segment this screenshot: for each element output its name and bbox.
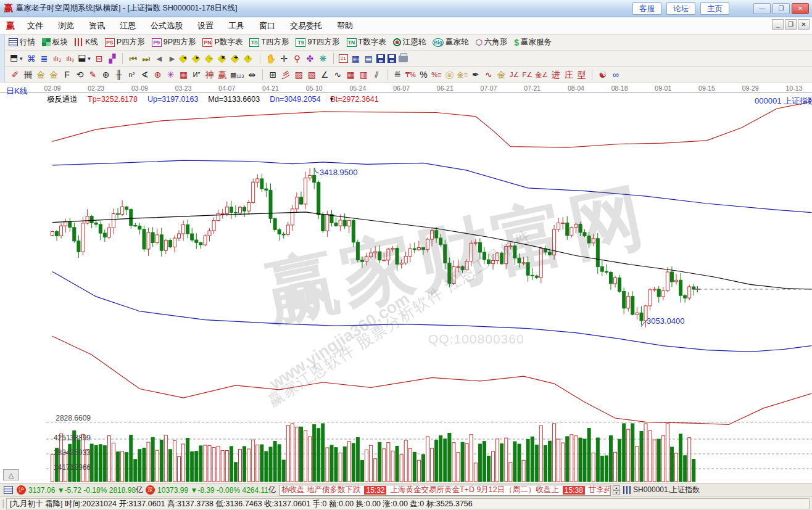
kline-chart-area[interactable]: 赢家财富网 赢家江恩软件 股票分析软件 江恩工具软件 www.yingjia36… (0, 83, 812, 483)
diamond-leftright-icon[interactable]: ◆↔ (205, 53, 217, 64)
angle-line-icon[interactable]: ∠ (320, 68, 330, 81)
star-wheel-icon[interactable]: ✳ (165, 68, 176, 81)
export-icon[interactable] (387, 54, 396, 63)
expand-panel-button[interactable]: △ (3, 469, 19, 480)
diamond-x-icon[interactable]: ◆✖ (218, 53, 230, 64)
plain-ruler-icon[interactable]: ╫ (114, 68, 124, 81)
diamond-plus-icon[interactable]: ◆✚ (231, 53, 242, 64)
gold-lines-icon[interactable]: 金≡ (457, 68, 468, 81)
xing-tool-icon[interactable]: 型 (576, 68, 587, 81)
jin-tool-icon[interactable]: 进 (550, 68, 561, 81)
toolbar-button-t-square[interactable]: TST四方形 (249, 37, 289, 47)
h-expand-tool-icon[interactable]: ⇹ (247, 68, 257, 81)
gold-angle-icon[interactable]: 金∠ (535, 68, 548, 81)
homepage-button[interactable]: 主页 (700, 2, 729, 15)
flower-tool-icon[interactable]: ✤ (305, 52, 315, 65)
mdi-close-button[interactable]: ✕ (798, 19, 810, 30)
zhuang-tool-icon[interactable]: 庄 (563, 68, 574, 81)
cycle-circle-icon[interactable]: ⊕ (101, 68, 111, 81)
n2-ruler-icon[interactable]: n² (126, 68, 137, 81)
toolbar-button-quotes[interactable]: 行情 (9, 37, 35, 47)
toolbar-button-t-number-table[interactable]: TNT数字表 (347, 37, 386, 47)
parallel-lines-icon[interactable]: ⫽ (371, 68, 382, 81)
menu-item-trade-order[interactable]: 交易委托 (283, 19, 329, 33)
infinity-icon[interactable]: ∞ (610, 68, 621, 81)
minimize-button[interactable]: — (753, 3, 771, 14)
f-ruler-icon[interactable]: F (62, 68, 72, 81)
toolbar-button-winner-service[interactable]: $赢家服务 (514, 37, 552, 47)
ink-brush-icon[interactable]: ✒ (470, 68, 481, 81)
spinner-down-button[interactable]: ▼ (613, 490, 620, 495)
last-bar-icon[interactable]: ⏭ (141, 52, 151, 65)
zigzag-line-icon[interactable]: ∿ (333, 68, 343, 81)
gold-mid-icon[interactable]: 金 (496, 68, 507, 81)
candle-type-dropdown-icon[interactable]: ⬓▼ (78, 51, 91, 65)
gann-box-icon[interactable]: ⊞ (268, 68, 278, 81)
dense-grid-1-icon[interactable]: ▦ (346, 68, 356, 81)
red-pen-ruler-icon[interactable]: ✎ (88, 68, 98, 81)
menu-item-tools[interactable]: 工具 (221, 19, 252, 33)
percent-t-icon[interactable]: ₸% (405, 68, 416, 81)
percent-lines-icon[interactable]: %≡ (431, 68, 442, 81)
color-bars-icon[interactable]: ▞ (107, 52, 117, 65)
gold-ruler-a-icon[interactable]: 金 (36, 68, 46, 81)
menu-item-browse[interactable]: 浏览 (51, 19, 81, 33)
menu-item-file[interactable]: 文件 (20, 19, 51, 33)
yinyang-icon[interactable]: ☯ (597, 68, 608, 81)
tick-ruler-icon[interactable]: 卌 (23, 68, 33, 81)
hand-tool-icon[interactable]: ✋ (265, 52, 276, 65)
candle-style-dropdown-icon[interactable]: ⬒▼ (10, 51, 23, 65)
toolbar-button-p-number-table[interactable]: PNP数字表 (202, 37, 242, 47)
toolbar-button-gann-wheel[interactable]: 江恩轮 (393, 37, 426, 47)
diamond-updown-icon[interactable]: ◆↕ (244, 53, 255, 64)
dense-grid-2-icon[interactable]: ▥ (358, 68, 369, 81)
spiral-tool-icon[interactable]: ⟲ (75, 68, 85, 81)
pattern-window-icon[interactable]: ⌘ (26, 52, 36, 65)
news-ticker[interactable]: 杨收盘 地产债多数下跌15:32上海黄金交易所黄金T+D 9月12日（周二）收盘… (280, 485, 611, 496)
shade-box-2-icon[interactable]: ▧ (307, 68, 317, 81)
note-list-icon[interactable]: ≣ (39, 52, 49, 65)
red-frame-pattern-icon[interactable]: ⊟ (94, 52, 104, 65)
calendar-icon[interactable]: 21 (339, 54, 348, 63)
ray-fan-icon[interactable]: 彡 (281, 68, 291, 81)
first-bar-icon[interactable]: ⏮ (128, 52, 138, 65)
grid-123-icon[interactable]: ▦₁₂₃ (230, 68, 244, 81)
ying-grid-icon[interactable]: 赢 (217, 68, 228, 81)
crosshair-tool-icon[interactable]: ✛ (279, 52, 289, 65)
menu-item-settings[interactable]: 设置 (190, 19, 221, 33)
save-icon[interactable] (376, 54, 385, 63)
menu-item-news[interactable]: 资讯 (81, 19, 112, 33)
spinner-up-button[interactable]: ▲ (613, 485, 620, 490)
red-target-icon[interactable]: ⊕ (152, 68, 163, 81)
menu-item-formula-stock-pick[interactable]: 公式选股 (143, 19, 190, 33)
clover-tool-icon[interactable]: ❋ (318, 52, 328, 65)
price-ladder-icon[interactable]: ≝ (392, 68, 403, 81)
quote-tool-icon[interactable]: И″ (191, 68, 202, 81)
shade-box-1-icon[interactable]: ▨ (294, 68, 304, 81)
restore-button[interactable]: ❐ (773, 3, 790, 14)
close-button[interactable]: ✕ (792, 3, 809, 14)
calculator-icon[interactable]: ▦ (350, 52, 361, 65)
j-angle-icon[interactable]: J∠ (509, 68, 520, 81)
f-angle-icon[interactable]: F∠ (522, 68, 532, 81)
toolbar-button-sectors[interactable]: 板块 (42, 37, 68, 47)
pointer-pick-tool-icon[interactable]: ⚲ (292, 52, 302, 65)
percent-tool-icon[interactable]: % (418, 68, 429, 81)
toolbar-button-winner-wheel[interactable]: Big赢家轮 (433, 37, 468, 47)
toolbar-button-9t-square[interactable]: T99T四方形 (296, 37, 339, 47)
next-bar-icon[interactable]: ► (167, 52, 177, 65)
customer-service-button[interactable]: 客服 (632, 2, 661, 15)
angle-mirror-tool-icon[interactable]: ∢ (139, 68, 150, 81)
toolbar-button-p-square[interactable]: PSP四方形 (105, 37, 145, 47)
prev-bar-icon[interactable]: ◄ (154, 52, 164, 65)
gold-ruler-b-icon[interactable]: 金 (49, 68, 59, 81)
toolbar-button-9p-square[interactable]: P99P四方形 (152, 37, 196, 47)
mdi-restore-button[interactable]: ❐ (785, 19, 797, 30)
shen-grid-icon[interactable]: 神 (204, 68, 215, 81)
grid-target-icon[interactable]: ▦ (178, 68, 189, 81)
mini-chart-3-icon[interactable]: ılı₃ (52, 52, 62, 65)
forum-button[interactable]: 论坛 (666, 2, 695, 15)
menu-item-help[interactable]: 帮助 (329, 19, 360, 33)
toolbar-button-hexagon[interactable]: ⬡六角形 (475, 37, 507, 47)
toolbar-button-kline[interactable]: K线 (75, 37, 98, 47)
